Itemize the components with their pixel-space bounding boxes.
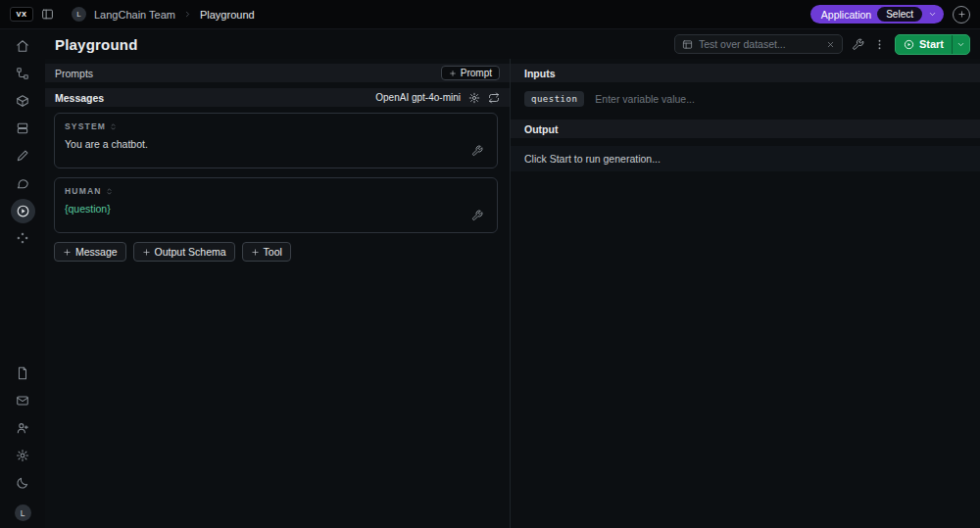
add-tool-label: Tool bbox=[264, 246, 282, 258]
application-selector[interactable]: Application Select bbox=[810, 5, 944, 24]
add-button[interactable] bbox=[953, 6, 970, 24]
add-output-schema-button[interactable]: Output Schema bbox=[133, 242, 235, 262]
playground-settings-button[interactable] bbox=[852, 38, 864, 51]
sidebar-item-projects[interactable] bbox=[9, 87, 36, 115]
model-swap-button[interactable] bbox=[488, 92, 500, 104]
workflow-icon bbox=[16, 67, 29, 80]
human-message-card[interactable]: HUMAN {question} bbox=[54, 177, 498, 233]
layers-icon bbox=[16, 121, 29, 135]
application-select-button[interactable]: Select bbox=[877, 7, 922, 22]
sidebar-item-playground[interactable] bbox=[11, 199, 35, 223]
plus-icon bbox=[449, 70, 457, 77]
sidebar-item-invite-members[interactable] bbox=[9, 414, 36, 442]
sidebar-item-prompts[interactable] bbox=[9, 142, 36, 169]
dataset-icon bbox=[682, 39, 693, 50]
breadcrumb-page[interactable]: Playground bbox=[200, 9, 255, 21]
add-tool-button[interactable]: Tool bbox=[242, 242, 291, 262]
play-icon bbox=[16, 204, 30, 218]
prompts-header-bar: Prompts Prompt bbox=[45, 64, 510, 82]
sidebar-item-theme-toggle[interactable] bbox=[9, 469, 36, 497]
logo-text: VX bbox=[16, 10, 26, 19]
prompts-panel: Prompts Prompt Messages OpenAI gpt-4o-mi… bbox=[45, 59, 511, 528]
dataset-input[interactable] bbox=[699, 38, 820, 50]
topbar-right: Application Select bbox=[810, 5, 970, 24]
message-cards: SYSTEM You are a chatbot. HUMAN bbox=[45, 107, 510, 233]
wrench-icon bbox=[471, 210, 483, 221]
home-icon bbox=[16, 39, 29, 53]
playground-page: VX L LangChain Team Playground Applicati… bbox=[0, 0, 980, 528]
user-avatar-initial: L bbox=[21, 508, 25, 518]
messages-header: Messages bbox=[55, 92, 104, 104]
sidebar: L bbox=[0, 29, 45, 528]
messages-header-bar: Messages OpenAI gpt-4o-mini bbox=[45, 88, 510, 107]
human-message-content[interactable]: {question} bbox=[65, 203, 487, 215]
plus-icon bbox=[251, 248, 260, 257]
chevron-down-icon bbox=[928, 10, 937, 19]
start-options-button[interactable] bbox=[953, 35, 969, 54]
role-label: SYSTEM bbox=[65, 121, 106, 131]
team-avatar-initial: L bbox=[76, 10, 80, 19]
add-message-button[interactable]: Message bbox=[54, 242, 126, 262]
sidebar-item-workflows[interactable] bbox=[9, 60, 36, 87]
message-tools-button[interactable] bbox=[471, 210, 483, 221]
start-button[interactable]: Start bbox=[896, 35, 952, 54]
sidebar-item-home[interactable] bbox=[9, 32, 36, 60]
model-settings-button[interactable] bbox=[468, 92, 480, 104]
prompts-header: Prompts bbox=[55, 68, 93, 79]
chevron-right-icon bbox=[183, 10, 192, 19]
panels: Prompts Prompt Messages OpenAI gpt-4o-mi… bbox=[45, 59, 980, 528]
user-plus-icon bbox=[16, 421, 29, 435]
sidebar-toggle-icon[interactable] bbox=[41, 8, 54, 21]
gear-icon bbox=[16, 449, 29, 462]
sidebar-item-docs[interactable] bbox=[9, 360, 36, 387]
plus-icon bbox=[957, 10, 966, 19]
model-label[interactable]: OpenAI gpt-4o-mini bbox=[375, 92, 461, 103]
plus-icon bbox=[63, 248, 72, 257]
sidebar-item-datasets[interactable] bbox=[9, 115, 36, 142]
chat-icon bbox=[16, 176, 29, 190]
wrench-icon bbox=[852, 38, 864, 51]
add-output-schema-label: Output Schema bbox=[155, 246, 226, 258]
application-label: Application bbox=[821, 9, 871, 21]
langsmith-logo[interactable]: VX bbox=[10, 7, 33, 22]
variable-value-input[interactable] bbox=[595, 93, 966, 105]
sidebar-item-settings[interactable] bbox=[9, 442, 36, 469]
topbar: VX L LangChain Team Playground Applicati… bbox=[0, 0, 980, 29]
unfold-icon bbox=[109, 122, 118, 131]
role-row: SYSTEM bbox=[65, 121, 487, 131]
inputs-header: Inputs bbox=[524, 68, 556, 79]
nodes-icon bbox=[16, 231, 29, 245]
test-over-dataset-field[interactable] bbox=[674, 34, 843, 54]
add-prompt-button[interactable]: Prompt bbox=[441, 66, 500, 80]
chevron-down-icon bbox=[956, 40, 965, 49]
system-message-card[interactable]: SYSTEM You are a chatbot. bbox=[54, 113, 498, 168]
sidebar-item-feedback[interactable] bbox=[9, 387, 36, 414]
output-placeholder-text: Click Start to run generation... bbox=[524, 153, 661, 165]
team-avatar[interactable]: L bbox=[72, 7, 86, 22]
header-actions: Start bbox=[674, 34, 970, 55]
sidebar-item-deployments[interactable] bbox=[9, 224, 36, 252]
add-buttons-row: Message Output Schema Tool bbox=[45, 233, 510, 262]
role-selector-button[interactable] bbox=[109, 122, 118, 131]
role-row: HUMAN bbox=[65, 186, 487, 196]
message-tools-button[interactable] bbox=[471, 145, 483, 157]
close-icon[interactable] bbox=[826, 40, 835, 49]
model-controls: OpenAI gpt-4o-mini bbox=[375, 92, 500, 104]
output-header: Output bbox=[524, 123, 558, 135]
page-title: Playground bbox=[55, 36, 138, 53]
add-prompt-label: Prompt bbox=[461, 68, 492, 78]
sidebar-item-annotation-queues[interactable] bbox=[9, 169, 36, 197]
page-header: Playground Start bbox=[45, 29, 980, 59]
document-icon bbox=[16, 366, 29, 380]
mail-icon bbox=[16, 394, 29, 408]
system-message-content[interactable]: You are a chatbot. bbox=[65, 138, 487, 150]
start-button-group: Start bbox=[895, 34, 970, 55]
more-options-button[interactable] bbox=[873, 38, 886, 51]
role-selector-button[interactable] bbox=[105, 187, 114, 196]
play-circle-icon bbox=[904, 39, 914, 50]
user-avatar[interactable]: L bbox=[15, 504, 31, 521]
plus-icon bbox=[142, 248, 151, 257]
breadcrumb-team[interactable]: LangChain Team bbox=[94, 9, 175, 21]
repeat-icon bbox=[488, 92, 500, 104]
variable-input-row: question bbox=[511, 82, 980, 116]
